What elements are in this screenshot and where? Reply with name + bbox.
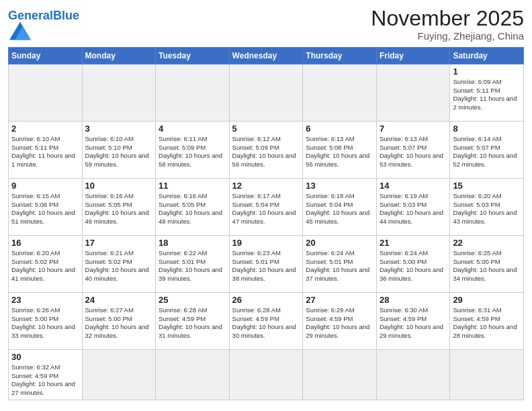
- day-info: Sunrise: 6:28 AM Sunset: 4:59 PM Dayligh…: [159, 306, 226, 340]
- calendar-cell: [156, 64, 230, 121]
- day-info: Sunrise: 6:13 AM Sunset: 5:08 PM Dayligh…: [306, 135, 373, 169]
- day-number: 6: [306, 124, 373, 134]
- day-info: Sunrise: 6:29 AM Sunset: 4:59 PM Dayligh…: [306, 306, 373, 340]
- day-info: Sunrise: 6:32 AM Sunset: 4:59 PM Dayligh…: [11, 363, 79, 398]
- day-info: Sunrise: 6:09 AM Sunset: 5:11 PM Dayligh…: [453, 78, 521, 112]
- calendar-cell: 14Sunrise: 6:19 AM Sunset: 5:03 PM Dayli…: [376, 178, 449, 235]
- day-info: Sunrise: 6:16 AM Sunset: 5:05 PM Dayligh…: [159, 192, 226, 226]
- day-number: 4: [159, 124, 226, 134]
- title-block: November 2025 Fuying, Zhejiang, China: [371, 7, 524, 42]
- calendar-cell: [303, 349, 377, 400]
- day-number: 19: [232, 238, 300, 248]
- calendar-cell: 8Sunrise: 6:14 AM Sunset: 5:07 PM Daylig…: [450, 121, 524, 178]
- day-info: Sunrise: 6:12 AM Sunset: 5:09 PM Dayligh…: [232, 135, 300, 169]
- calendar-cell: 29Sunrise: 6:31 AM Sunset: 4:59 PM Dayli…: [450, 292, 524, 349]
- weekday-header-thursday: Thursday: [303, 47, 377, 64]
- day-number: 15: [453, 181, 521, 191]
- calendar-cell: 27Sunrise: 6:29 AM Sunset: 4:59 PM Dayli…: [303, 292, 377, 349]
- weekday-header-sunday: Sunday: [9, 47, 83, 64]
- logo-general: General: [8, 9, 53, 22]
- day-number: 18: [159, 238, 226, 248]
- day-info: Sunrise: 6:24 AM Sunset: 5:01 PM Dayligh…: [306, 249, 373, 283]
- day-info: Sunrise: 6:15 AM Sunset: 5:06 PM Dayligh…: [11, 192, 79, 226]
- day-number: 21: [380, 238, 447, 248]
- weekday-header-monday: Monday: [82, 47, 156, 64]
- calendar-cell: 12Sunrise: 6:17 AM Sunset: 5:04 PM Dayli…: [229, 178, 303, 235]
- day-number: 29: [453, 295, 521, 305]
- logo-icon: [9, 21, 31, 40]
- calendar-cell: 24Sunrise: 6:27 AM Sunset: 5:00 PM Dayli…: [82, 292, 156, 349]
- calendar-cell: 2Sunrise: 6:10 AM Sunset: 5:11 PM Daylig…: [9, 121, 83, 178]
- weekday-header-row: SundayMondayTuesdayWednesdayThursdayFrid…: [9, 47, 524, 64]
- day-number: 7: [380, 124, 447, 134]
- location: Fuying, Zhejiang, China: [371, 30, 524, 42]
- calendar-week-3: 9Sunrise: 6:15 AM Sunset: 5:06 PM Daylig…: [9, 178, 524, 235]
- day-info: Sunrise: 6:26 AM Sunset: 5:00 PM Dayligh…: [11, 306, 79, 340]
- header: GeneralBlue November 2025 Fuying, Zhejia…: [8, 7, 524, 43]
- calendar-cell: 15Sunrise: 6:20 AM Sunset: 5:03 PM Dayli…: [450, 178, 524, 235]
- calendar-cell: 16Sunrise: 6:20 AM Sunset: 5:02 PM Dayli…: [9, 235, 83, 292]
- day-number: 20: [306, 238, 373, 248]
- day-number: 14: [380, 181, 447, 191]
- month-title: November 2025: [371, 7, 524, 30]
- day-info: Sunrise: 6:19 AM Sunset: 5:03 PM Dayligh…: [380, 192, 447, 226]
- day-info: Sunrise: 6:10 AM Sunset: 5:10 PM Dayligh…: [85, 135, 153, 169]
- calendar-cell: 13Sunrise: 6:18 AM Sunset: 5:04 PM Dayli…: [303, 178, 377, 235]
- calendar-cell: 30Sunrise: 6:32 AM Sunset: 4:59 PM Dayli…: [9, 349, 83, 400]
- calendar-cell: [229, 349, 303, 400]
- day-number: 22: [453, 238, 521, 248]
- day-number: 26: [232, 295, 300, 305]
- day-info: Sunrise: 6:11 AM Sunset: 5:09 PM Dayligh…: [159, 135, 226, 169]
- calendar-cell: 11Sunrise: 6:16 AM Sunset: 5:05 PM Dayli…: [156, 178, 230, 235]
- day-info: Sunrise: 6:20 AM Sunset: 5:02 PM Dayligh…: [11, 249, 79, 283]
- calendar-cell: 18Sunrise: 6:22 AM Sunset: 5:01 PM Dayli…: [156, 235, 230, 292]
- day-info: Sunrise: 6:22 AM Sunset: 5:01 PM Dayligh…: [159, 249, 226, 283]
- day-number: 5: [232, 124, 300, 134]
- day-number: 8: [453, 124, 521, 134]
- day-number: 16: [11, 238, 79, 248]
- day-info: Sunrise: 6:17 AM Sunset: 5:04 PM Dayligh…: [232, 192, 300, 226]
- day-info: Sunrise: 6:16 AM Sunset: 5:05 PM Dayligh…: [85, 192, 153, 226]
- day-number: 9: [11, 181, 79, 191]
- day-number: 17: [85, 238, 153, 248]
- calendar-cell: [156, 349, 230, 400]
- calendar-cell: 10Sunrise: 6:16 AM Sunset: 5:05 PM Dayli…: [82, 178, 156, 235]
- weekday-header-friday: Friday: [376, 47, 449, 64]
- calendar-cell: 3Sunrise: 6:10 AM Sunset: 5:10 PM Daylig…: [82, 121, 156, 178]
- day-info: Sunrise: 6:23 AM Sunset: 5:01 PM Dayligh…: [232, 249, 300, 283]
- day-number: 10: [85, 181, 153, 191]
- calendar-cell: [229, 64, 303, 121]
- day-number: 2: [11, 124, 79, 134]
- calendar-cell: 9Sunrise: 6:15 AM Sunset: 5:06 PM Daylig…: [9, 178, 83, 235]
- calendar-cell: 20Sunrise: 6:24 AM Sunset: 5:01 PM Dayli…: [303, 235, 377, 292]
- calendar-cell: 23Sunrise: 6:26 AM Sunset: 5:00 PM Dayli…: [9, 292, 83, 349]
- day-info: Sunrise: 6:27 AM Sunset: 5:00 PM Dayligh…: [85, 306, 153, 340]
- calendar-cell: 21Sunrise: 6:24 AM Sunset: 5:00 PM Dayli…: [376, 235, 449, 292]
- weekday-header-tuesday: Tuesday: [156, 47, 230, 64]
- day-info: Sunrise: 6:24 AM Sunset: 5:00 PM Dayligh…: [380, 249, 447, 283]
- calendar-week-2: 2Sunrise: 6:10 AM Sunset: 5:11 PM Daylig…: [9, 121, 524, 178]
- calendar-cell: [82, 349, 156, 400]
- main-container: GeneralBlue November 2025 Fuying, Zhejia…: [0, 0, 532, 407]
- calendar-cell: [303, 64, 377, 121]
- calendar-cell: 28Sunrise: 6:30 AM Sunset: 4:59 PM Dayli…: [376, 292, 449, 349]
- calendar-week-5: 23Sunrise: 6:26 AM Sunset: 5:00 PM Dayli…: [9, 292, 524, 349]
- day-number: 25: [159, 295, 226, 305]
- calendar-cell: 7Sunrise: 6:13 AM Sunset: 5:07 PM Daylig…: [376, 121, 449, 178]
- day-number: 1: [453, 66, 521, 77]
- calendar-cell: 25Sunrise: 6:28 AM Sunset: 4:59 PM Dayli…: [156, 292, 230, 349]
- calendar-cell: 4Sunrise: 6:11 AM Sunset: 5:09 PM Daylig…: [156, 121, 230, 178]
- calendar-cell: [376, 349, 449, 400]
- weekday-header-saturday: Saturday: [450, 47, 524, 64]
- calendar-cell: [9, 64, 83, 121]
- day-number: 30: [11, 352, 79, 362]
- calendar-cell: [450, 349, 524, 400]
- logo-blue: Blue: [53, 9, 79, 22]
- day-number: 24: [85, 295, 153, 305]
- calendar-cell: 17Sunrise: 6:21 AM Sunset: 5:02 PM Dayli…: [82, 235, 156, 292]
- day-info: Sunrise: 6:30 AM Sunset: 4:59 PM Dayligh…: [380, 306, 447, 340]
- day-info: Sunrise: 6:20 AM Sunset: 5:03 PM Dayligh…: [453, 192, 521, 226]
- calendar-cell: 6Sunrise: 6:13 AM Sunset: 5:08 PM Daylig…: [303, 121, 377, 178]
- day-number: 13: [306, 181, 373, 191]
- calendar-cell: [82, 64, 156, 121]
